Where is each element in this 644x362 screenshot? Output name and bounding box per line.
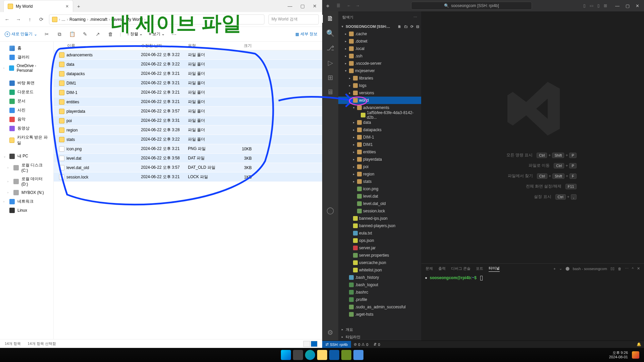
view-thumb-button[interactable]	[303, 341, 310, 347]
col-name[interactable]: 이름	[54, 43, 141, 49]
hamburger-icon[interactable]: ☰	[333, 3, 344, 8]
tab-output[interactable]: 출력	[438, 266, 446, 271]
new-tab-button[interactable]: +	[73, 3, 84, 9]
remote-explorer-icon[interactable]: 🖥	[327, 88, 334, 96]
minimize-button[interactable]: —	[288, 3, 292, 9]
tree-node[interactable]: mcjeserver	[338, 67, 421, 74]
split-terminal-icon[interactable]: ▯▯	[610, 266, 614, 271]
refresh-icon[interactable]: ⟳	[410, 24, 413, 29]
more-icon[interactable]: ⋯	[171, 31, 178, 37]
explorer-taskbar-icon[interactable]	[317, 350, 327, 360]
tree-node[interactable]: logs	[338, 82, 421, 89]
explorer-icon[interactable]: 🗎	[327, 15, 334, 22]
tree-node[interactable]: world	[338, 97, 421, 104]
tab-close-icon[interactable]: ✕	[65, 4, 69, 9]
tree-node[interactable]: DIM-1	[338, 134, 421, 141]
tree-node[interactable]: DIM1	[338, 141, 421, 148]
tree-node[interactable]: poi	[338, 163, 421, 170]
tree-node[interactable]: whitelist.json	[338, 266, 421, 274]
delete-icon[interactable]: 🗑	[107, 31, 114, 37]
sidebar-item[interactable]: ›로컬 데이터 (D:)	[0, 174, 53, 188]
path-more-icon[interactable]: …	[61, 17, 65, 22]
sidebar-more-icon[interactable]: ⋯	[413, 15, 417, 19]
tree-node[interactable]: data	[338, 119, 421, 126]
search-input[interactable]: My World 검색	[268, 14, 319, 24]
file-row[interactable]: session.lock2024-06-22 오후 3:21LOCK 파일1KB	[54, 172, 322, 182]
minecraft-icon[interactable]	[341, 350, 351, 360]
tree-node[interactable]: .bashrc	[338, 289, 421, 296]
tree-node[interactable]: session.lock	[338, 207, 421, 215]
rename-icon[interactable]: ✎	[82, 31, 88, 37]
sidebar-item[interactable]: 바탕 화면	[0, 79, 53, 88]
view-button[interactable]: ≡ 보기 ⌄	[149, 31, 165, 37]
layout-sidebar-icon[interactable]: ▯	[583, 3, 586, 8]
maximize-button[interactable]: ▢	[300, 3, 305, 9]
tree-node[interactable]: libraries	[338, 74, 421, 82]
back-button[interactable]: ←	[3, 16, 11, 22]
extensions-icon[interactable]: ⊞	[328, 73, 333, 82]
paint-icon[interactable]	[353, 350, 363, 360]
tree-node[interactable]: level.dat_old	[338, 200, 421, 207]
file-row[interactable]: level.dat_old2024-06-22 오후 3:57DAT_OLD 파…	[54, 163, 322, 172]
terminal[interactable]: ● sooseongcom@rpi4b:~$	[422, 273, 644, 341]
system-clock[interactable]: 오후 9:26 2024-08-01	[609, 351, 628, 359]
notifications-icon[interactable]: 🔔	[634, 342, 644, 347]
tree-node[interactable]: stats	[338, 178, 421, 185]
nav-forward-icon[interactable]: →	[356, 3, 360, 8]
sidebar-item[interactable]: 홈	[0, 44, 53, 53]
sidebar-item[interactable]: 문서	[0, 97, 53, 106]
kill-terminal-icon[interactable]: 🗑	[618, 267, 622, 271]
source-control-icon[interactable]: ⎇	[327, 44, 334, 52]
maximize-panel-icon[interactable]: ^	[632, 267, 634, 271]
sidebar-item[interactable]: ›MYBOX (N:)	[0, 188, 53, 197]
collapse-icon[interactable]: ⊟	[416, 24, 419, 29]
sidebar-item[interactable]: 음악	[0, 115, 53, 124]
tree-node[interactable]: level.dat	[338, 193, 421, 200]
timeline-section[interactable]: 타임라인	[338, 333, 421, 341]
view-details-button[interactable]	[311, 341, 317, 347]
layout-right-icon[interactable]: ▯	[597, 3, 600, 8]
tree-node[interactable]: .cache	[338, 30, 421, 38]
file-row[interactable]: advancements2024-06-22 오후 3:22파일 폴더	[54, 50, 322, 60]
tree-node[interactable]: datapacks	[338, 126, 421, 134]
file-row[interactable]: level.dat2024-06-22 오후 3:58DAT 파일3KB	[54, 154, 322, 163]
account-icon[interactable]: ◯	[327, 206, 334, 214]
tree-node[interactable]: 1af5bfee-63fe-4da3-8142-d2b...	[338, 111, 421, 119]
tree-node[interactable]: .vscode-server	[338, 60, 421, 67]
tree-node[interactable]: .local	[338, 45, 421, 52]
tree-node[interactable]: .sudo_as_admin_successful	[338, 303, 421, 311]
ports-status[interactable]: ⇵ 0	[371, 342, 383, 347]
search-icon[interactable]: 🔍	[326, 29, 335, 37]
crumb[interactable]: saves	[111, 17, 122, 22]
explorer-tab[interactable]: My World ✕	[3, 0, 73, 12]
file-row[interactable]: DIM-12024-06-22 오후 3:21파일 폴더	[54, 88, 322, 97]
file-row[interactable]: data2024-06-22 오후 3:22파일 폴더	[54, 60, 322, 69]
file-row[interactable]: datapacks2024-06-22 오후 3:21파일 폴더	[54, 69, 322, 79]
tree-node[interactable]: .wget-hsts	[338, 311, 421, 318]
sidebar-item[interactable]: Linux	[0, 206, 53, 215]
tab-problems[interactable]: 문제	[426, 266, 433, 271]
security-tray-icon[interactable]	[632, 351, 639, 359]
forward-button[interactable]: →	[15, 16, 22, 22]
new-button[interactable]: + 새로 만들기 ⌄	[5, 31, 37, 37]
new-folder-icon[interactable]: 🗀	[404, 24, 408, 29]
problems-status[interactable]: ⊘ 0 ⚠ 0	[351, 342, 371, 347]
minimize-button[interactable]: —	[615, 3, 620, 8]
copy-icon[interactable]: ⧉	[56, 31, 63, 37]
cut-icon[interactable]: ✂	[43, 31, 50, 37]
tree-node[interactable]: usercache.json	[338, 259, 421, 266]
sidebar-item[interactable]: 다운로드	[0, 88, 53, 97]
tree-node[interactable]: banned-players.json	[338, 222, 421, 229]
file-row[interactable]: poi2024-06-22 오후 3:31파일 폴더	[54, 116, 322, 125]
crumb[interactable]: Roaming	[69, 17, 86, 22]
col-type[interactable]: 유형	[188, 43, 228, 49]
layout-panel-icon[interactable]: ▭	[590, 3, 593, 8]
sidebar-item[interactable]: ⌄내 PC	[0, 152, 53, 161]
close-button[interactable]: ✕	[636, 3, 639, 8]
crumb[interactable]: My World	[126, 17, 143, 22]
start-button[interactable]	[281, 350, 291, 360]
column-headers[interactable]: 이름 수정한 날짜 유형 크기	[54, 42, 322, 50]
tab-terminal[interactable]: 터미널	[489, 266, 500, 272]
file-row[interactable]: icon.png2024-06-22 오후 3:21PNG 파일10KB	[54, 144, 322, 154]
debug-icon[interactable]: ▷	[328, 59, 333, 67]
